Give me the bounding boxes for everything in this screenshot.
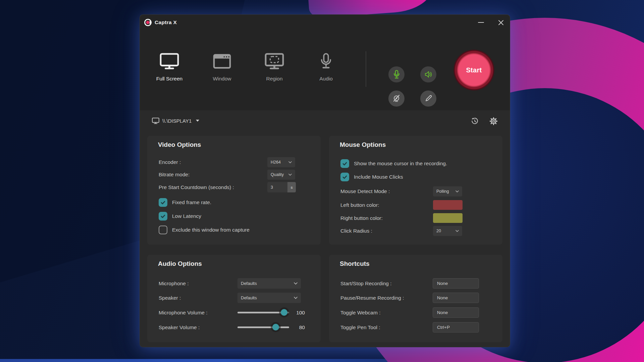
mode-region[interactable]: Region: [249, 52, 300, 86]
left-button-color-swatch[interactable]: [433, 200, 463, 210]
captra-window: Captra X Full Screen: [140, 14, 510, 347]
panel-title: Audio Options: [158, 260, 202, 267]
shortcuts-panel: Shortcuts Start/Stop Recording : None Pa…: [329, 255, 502, 342]
panel-title: Video Options: [158, 141, 201, 148]
chevron-down-icon: [294, 297, 298, 299]
chevron-down-icon: [294, 282, 298, 285]
monitor-icon: [152, 118, 159, 124]
shortcut-label: Start/Stop Recording :: [340, 281, 392, 287]
checkbox-show-cursor[interactable]: Show the mouse cursor in the recording.: [340, 159, 497, 168]
detect-mode-dropdown[interactable]: Polling: [433, 186, 462, 196]
microphone-icon: [301, 52, 351, 71]
checkbox-include-clicks[interactable]: Include Mouse Clicks: [340, 173, 497, 181]
webcam-toggle-button[interactable]: [388, 90, 405, 107]
check-icon: [161, 201, 165, 204]
panel-title: Shortcuts: [340, 260, 370, 267]
checkbox-fixed-frame-rate[interactable]: Fixed frame rate.: [159, 198, 315, 207]
close-button[interactable]: [494, 15, 507, 30]
mouse-options-panel: Mouse Options Show the mouse cursor in t…: [329, 136, 502, 245]
panel-title: Mouse Options: [340, 141, 386, 148]
region-capture-icon: [249, 52, 300, 71]
speaker-volume-thumb[interactable]: [272, 324, 279, 330]
toggle-pen-shortcut-input[interactable]: Ctrl+P: [433, 322, 479, 333]
mic-volume-value: 100: [291, 310, 305, 316]
chevron-down-icon: [288, 174, 292, 176]
webcam-off-icon: [392, 95, 400, 103]
capture-toolbar: Full Screen Window: [140, 30, 510, 110]
mode-full-screen[interactable]: Full Screen: [144, 52, 195, 86]
microphone-value: Defaults: [241, 281, 257, 286]
audio-options-panel: Audio Options Microphone : Defaults Spea…: [147, 255, 321, 342]
microphone-dropdown[interactable]: Defaults: [237, 278, 301, 289]
countdown-unit-button[interactable]: s: [287, 182, 296, 192]
shortcut-label: Toggle Webcam :: [340, 310, 380, 316]
toggle-webcam-shortcut-input[interactable]: None: [433, 307, 479, 318]
encoder-dropdown[interactable]: H264: [267, 157, 295, 167]
toolbar-divider: [366, 51, 366, 87]
checkbox-checked[interactable]: [340, 159, 349, 168]
chevron-down-icon: [196, 120, 199, 122]
check-icon: [342, 162, 347, 166]
checkbox-label: Show the mouse cursor in the recording.: [354, 161, 447, 167]
window-capture-icon: [197, 52, 247, 71]
click-radius-label: Click Radius :: [340, 228, 372, 234]
minimize-icon: [478, 22, 484, 23]
mic-volume-label: Microphone Volume :: [159, 310, 208, 316]
checkbox-exclude-window[interactable]: Exclude this window from capture: [159, 226, 315, 234]
pen-icon: [424, 95, 432, 103]
speaker-label: Speaker :: [159, 295, 181, 301]
history-button[interactable]: [468, 114, 481, 128]
checkbox-low-latency[interactable]: Low Latency: [159, 212, 315, 221]
detect-mode-value: Polling: [436, 189, 449, 194]
speaker-volume-slider[interactable]: [237, 326, 289, 328]
right-color-label: Right button color:: [340, 215, 383, 221]
start-stop-shortcut-input[interactable]: None: [433, 278, 479, 289]
speaker-toggle-button[interactable]: [420, 66, 436, 82]
right-button-color-swatch[interactable]: [433, 213, 463, 223]
mode-label: Region: [249, 76, 300, 82]
bitrate-value: Quality: [271, 172, 284, 177]
speaker-volume-value: 80: [291, 324, 305, 330]
chevron-down-icon: [455, 190, 459, 192]
left-color-label: Left button color:: [340, 202, 379, 208]
checkbox-unchecked[interactable]: [159, 226, 167, 234]
checkbox-label: Include Mouse Clicks: [354, 174, 403, 180]
speaker-icon: [424, 70, 432, 78]
mic-volume-thumb[interactable]: [281, 309, 287, 316]
mode-audio[interactable]: Audio: [301, 52, 351, 86]
detect-mode-label: Mouse Detect Mode :: [340, 188, 390, 194]
settings-button[interactable]: [487, 114, 500, 128]
encoder-label: Encoder :: [159, 159, 181, 165]
checkbox-checked[interactable]: [340, 173, 349, 181]
start-label: Start: [466, 66, 482, 74]
checkbox-label: Low Latency: [172, 213, 201, 219]
start-recording-button[interactable]: Start: [453, 49, 495, 91]
mode-window[interactable]: Window: [197, 52, 247, 86]
mic-toggle-button[interactable]: [388, 66, 405, 82]
fullscreen-monitor-icon: [144, 52, 195, 71]
pen-toggle-button[interactable]: [420, 90, 436, 107]
microphone-label: Microphone :: [159, 281, 189, 287]
click-radius-dropdown[interactable]: 20: [433, 226, 462, 236]
chevron-down-icon: [455, 230, 459, 232]
checkbox-checked[interactable]: [159, 198, 167, 207]
display-selector[interactable]: \\.\DISPLAY1: [152, 116, 199, 125]
titlebar[interactable]: Captra X: [140, 15, 510, 30]
app-logo-icon: [144, 18, 152, 26]
mic-volume-slider[interactable]: [237, 312, 289, 313]
speaker-dropdown[interactable]: Defaults: [237, 293, 301, 303]
history-icon: [471, 117, 479, 125]
gear-icon: [489, 117, 498, 125]
bitrate-dropdown[interactable]: Quality: [267, 170, 295, 180]
click-radius-value: 20: [436, 229, 441, 233]
minimize-button[interactable]: [474, 15, 488, 30]
check-icon: [161, 215, 165, 218]
shortcut-label: Pause/Resume Recording :: [340, 295, 404, 301]
speaker-value: Defaults: [241, 295, 257, 300]
countdown-input[interactable]: 3: [267, 182, 287, 192]
checkbox-label: Fixed frame rate.: [172, 199, 211, 205]
check-icon: [342, 175, 347, 179]
pause-resume-shortcut-input[interactable]: None: [433, 293, 479, 303]
checkbox-checked[interactable]: [159, 212, 167, 221]
video-options-panel: Video Options Encoder : H264 Bitrate mod…: [147, 136, 321, 245]
